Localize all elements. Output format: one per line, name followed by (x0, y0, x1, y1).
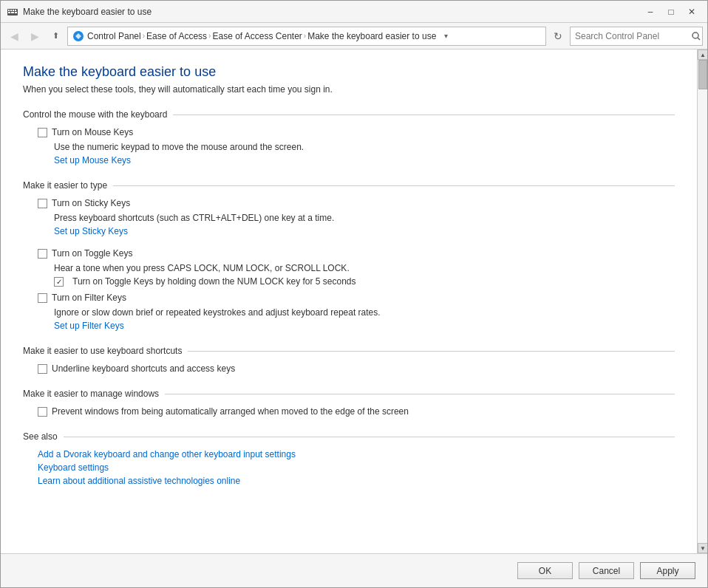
minimize-button[interactable]: – (641, 4, 660, 19)
maximize-button[interactable]: □ (661, 4, 681, 19)
toggle-keys-hold-item: Turn on Toggle Keys by holding down the … (54, 276, 675, 287)
svg-rect-3 (13, 10, 14, 11)
underline-shortcuts-checkbox[interactable] (38, 364, 47, 374)
search-button[interactable] (690, 27, 702, 45)
section-line-1 (173, 114, 675, 115)
scrollbar: ▲ ▼ (697, 49, 707, 553)
section-mouse-keyboard: Control the mouse with the keyboard Turn… (23, 109, 675, 165)
svg-rect-2 (10, 10, 12, 11)
setup-mouse-keys-link[interactable]: Set up Mouse Keys (54, 155, 675, 165)
filter-keys-checkbox[interactable] (38, 293, 47, 303)
toggle-keys-item: Turn on Toggle Keys (38, 248, 675, 259)
breadcrumb-sep-2: › (208, 32, 211, 40)
setup-sticky-keys-link[interactable]: Set up Sticky Keys (54, 226, 675, 236)
address-dropdown-button[interactable]: ▾ (439, 27, 452, 45)
section-header-4: Make it easier to manage windows (23, 389, 675, 399)
prevent-arrange-item: Prevent windows from being automatically… (38, 406, 675, 417)
scroll-thumb[interactable] (698, 60, 707, 89)
breadcrumb-ease-of-access[interactable]: Ease of Access (146, 31, 207, 41)
close-button[interactable]: ✕ (682, 4, 701, 19)
toggle-keys-checkbox-wrap (38, 249, 47, 259)
section-header-3: Make it easier to use keyboard shortcuts (23, 346, 675, 356)
breadcrumb-ease-of-access-center[interactable]: Ease of Access Center (212, 31, 302, 41)
ok-button[interactable]: OK (517, 562, 573, 579)
footer: OK Cancel Apply (1, 553, 707, 587)
refresh-button[interactable]: ↻ (549, 27, 567, 45)
prevent-arrange-checkbox[interactable] (38, 407, 47, 417)
svg-rect-4 (15, 10, 16, 11)
section-header-2: Make it easier to type (23, 180, 675, 191)
toggle-keys-hold-label: Turn on Toggle Keys by holding down the … (72, 276, 356, 287)
setup-filter-keys-link[interactable]: Set up Filter Keys (54, 321, 675, 331)
toggle-keys-hold-checkbox[interactable] (54, 277, 64, 287)
prevent-arrange-label: Prevent windows from being automatically… (52, 406, 409, 417)
address-icon (72, 30, 84, 42)
section-windows: Make it easier to manage windows Prevent… (23, 389, 675, 417)
svg-line-10 (698, 38, 700, 40)
section-line-3 (188, 351, 675, 352)
mouse-keys-description: Use the numeric keypad to move the mouse… (54, 142, 675, 152)
prevent-arrange-checkbox-wrap (38, 407, 47, 417)
breadcrumb-current: Make the keyboard easier to use (307, 31, 436, 41)
mouse-keys-checkbox-wrap (38, 128, 47, 137)
see-also-line (64, 437, 675, 437)
toggle-keys-label: Turn on Toggle Keys (52, 248, 132, 259)
window-title: Make the keyboard easier to use (23, 7, 641, 17)
sticky-keys-checkbox[interactable] (38, 199, 47, 208)
filter-keys-description: Ignore or slow down brief or repeated ke… (54, 307, 675, 318)
back-button[interactable]: ◀ (5, 27, 23, 45)
filter-keys-checkbox-wrap (38, 293, 47, 303)
content-area: Make the keyboard easier to use When you… (1, 49, 707, 553)
apply-button[interactable]: Apply (640, 562, 695, 579)
page-subtitle: When you select these tools, they will a… (23, 84, 675, 95)
breadcrumb: Control Panel › Ease of Access › Ease of… (87, 31, 436, 41)
dvorak-link[interactable]: Add a Dvorak keyboard and change other k… (38, 449, 675, 459)
section-shortcuts: Make it easier to use keyboard shortcuts… (23, 346, 675, 374)
filter-keys-item: Turn on Filter Keys (38, 293, 675, 303)
window-controls: – □ ✕ (641, 4, 701, 19)
scroll-down-button[interactable]: ▼ (698, 543, 707, 553)
cancel-button[interactable]: Cancel (579, 562, 634, 579)
svg-point-9 (692, 33, 698, 38)
sticky-keys-description: Press keyboard shortcuts (such as CTRL+A… (54, 213, 675, 223)
see-also-title: See also (23, 431, 64, 442)
up-button[interactable]: ⬆ (47, 27, 64, 45)
keyboard-settings-link[interactable]: Keyboard settings (38, 462, 675, 473)
main-pane: Make the keyboard easier to use When you… (1, 49, 697, 553)
section-line-2 (113, 185, 675, 186)
mouse-keys-item: Turn on Mouse Keys (38, 127, 675, 137)
search-box (570, 27, 703, 46)
see-also-header: See also (23, 431, 675, 442)
svg-rect-1 (8, 10, 10, 11)
assistive-tech-link[interactable]: Learn about additional assistive technol… (38, 476, 675, 486)
scroll-track (698, 60, 707, 543)
section-title-4: Make it easier to manage windows (23, 389, 165, 399)
section-title-1: Control the mouse with the keyboard (23, 109, 173, 120)
underline-shortcuts-checkbox-wrap (38, 364, 47, 374)
toggle-keys-hold-checkbox-wrap (54, 277, 64, 287)
section-see-also: See also Add a Dvorak keyboard and chang… (23, 431, 675, 486)
scroll-up-button[interactable]: ▲ (698, 49, 707, 60)
svg-rect-5 (8, 12, 10, 13)
sticky-keys-item: Turn on Sticky Keys (38, 198, 675, 208)
sticky-keys-checkbox-wrap (38, 199, 47, 208)
address-bar: ◀ ▶ ⬆ Control Panel › Ease of Access › E… (1, 23, 707, 49)
breadcrumb-sep-1: › (143, 32, 145, 40)
section-header-1: Control the mouse with the keyboard (23, 109, 675, 120)
breadcrumb-control-panel[interactable]: Control Panel (87, 31, 141, 41)
underline-shortcuts-item: Underline keyboard shortcuts and access … (38, 363, 675, 374)
main-window: Make the keyboard easier to use – □ ✕ ◀ … (0, 0, 708, 588)
address-box: Control Panel › Ease of Access › Ease of… (67, 27, 546, 46)
sticky-keys-label: Turn on Sticky Keys (52, 198, 130, 208)
underline-shortcuts-label: Underline keyboard shortcuts and access … (52, 363, 235, 374)
breadcrumb-sep-3: › (304, 32, 306, 40)
section-type: Make it easier to type Turn on Sticky Ke… (23, 180, 675, 331)
search-input[interactable] (571, 31, 690, 41)
mouse-keys-checkbox[interactable] (38, 128, 47, 137)
svg-rect-6 (11, 12, 14, 13)
svg-rect-7 (15, 12, 17, 13)
forward-button[interactable]: ▶ (26, 27, 44, 45)
toggle-keys-description: Hear a tone when you press CAPS LOCK, NU… (54, 263, 675, 273)
toggle-keys-checkbox[interactable] (38, 249, 47, 259)
page-title: Make the keyboard easier to use (23, 64, 675, 80)
